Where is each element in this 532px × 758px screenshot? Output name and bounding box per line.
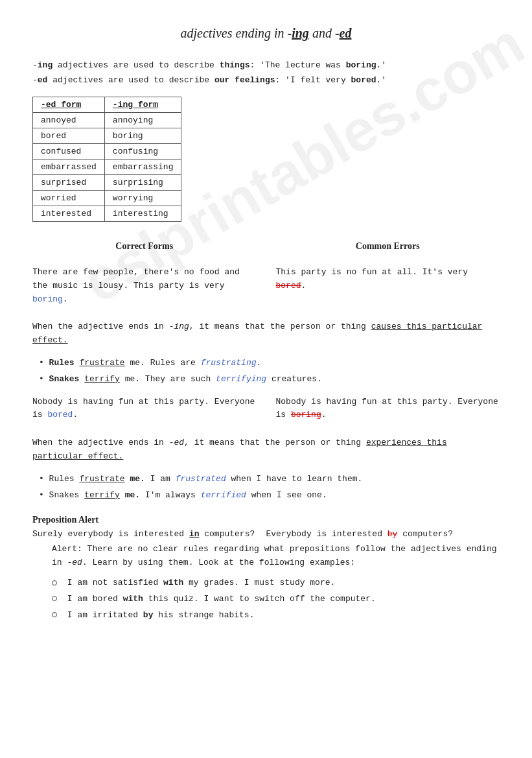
- preposition-example-2: I am bored with this quiz. I want to swi…: [52, 593, 500, 606]
- table-row: confused confusing: [33, 144, 181, 160]
- ed-rule: -ed adjectives are used to describe our …: [32, 75, 500, 85]
- page-title: adjectives ending in -ing and -ed: [32, 26, 500, 41]
- ing-explanation: When the adjective ends in -ing, it mean…: [32, 320, 500, 348]
- preposition-error: Everybody is interested by computers?: [266, 529, 500, 539]
- common-errors-heading: Common Errors: [276, 241, 500, 252]
- ing-bullet-1: • Rules frustrate me. Rules are frustrat…: [39, 357, 500, 370]
- ing-bullet-2: • Snakes terrify me. They are such terri…: [39, 373, 500, 386]
- ed-explanation: When the adjective ends in -ed, it means…: [32, 436, 500, 464]
- preposition-section: Preposition Alert Surely everybody is in…: [32, 515, 500, 622]
- bullet-circle-icon: [52, 580, 57, 586]
- table-row: interested interesting: [33, 206, 181, 222]
- table-row: surprised surprising: [33, 175, 181, 191]
- correct-para-1: There are few people, there's no food an…: [32, 266, 257, 306]
- ing-rule: -ing adjectives are used to describe thi…: [32, 60, 500, 70]
- bullet-circle-icon: [52, 596, 57, 601]
- bullet-circle-icon: [52, 612, 57, 617]
- section-headers: Correct Forms Common Errors: [32, 241, 500, 261]
- error-para-2: Nobody is having fun at this party. Ever…: [276, 396, 500, 423]
- preposition-example-row: Surely everybody is interested in comput…: [32, 529, 500, 539]
- table-row: worried worrying: [33, 191, 181, 206]
- preposition-example-3: I am irritated by his strange habits.: [52, 609, 500, 622]
- ed-bullet-2: • Snakes terrify me. I'm always terrifie…: [39, 489, 500, 503]
- table-row: embarrassed embarrassing: [33, 160, 181, 175]
- ing-bullets: • Rules frustrate me. Rules are frustrat…: [32, 357, 500, 386]
- table-row: annoyed annoying: [33, 113, 181, 128]
- first-example-row: There are few people, there's no food an…: [32, 266, 500, 315]
- preposition-correct: Surely everybody is interested in comput…: [32, 529, 266, 539]
- correct-forms-heading: Correct Forms: [32, 241, 257, 252]
- ed-bullet-1: • Rules frustrate me. I am frustrated wh…: [39, 473, 500, 486]
- error-para-1: This party is no fun at all. It's very b…: [276, 266, 500, 293]
- table-row: bored boring: [33, 128, 181, 144]
- table-header-ed: -ed form: [33, 97, 105, 113]
- alert-text: Alert: There are no clear rules regardin…: [52, 543, 500, 570]
- table-header-ing: -ing form: [104, 97, 181, 113]
- preposition-examples-list: I am not satisfied with my grades. I mus…: [52, 576, 500, 622]
- preposition-heading: Preposition Alert: [32, 515, 500, 525]
- ed-bullets: • Rules frustrate me. I am frustrated wh…: [32, 473, 500, 503]
- preposition-example-1: I am not satisfied with my grades. I mus…: [52, 576, 500, 590]
- ing-explanation-block: When the adjective ends in -ing, it mean…: [32, 320, 500, 386]
- correct-para-2: Nobody is having fun at this party. Ever…: [32, 396, 257, 423]
- second-example-row: Nobody is having fun at this party. Ever…: [32, 396, 500, 432]
- adjective-table: -ed form -ing form annoyed annoying bore…: [32, 97, 181, 222]
- preposition-alert: Alert: There are no clear rules regardin…: [52, 543, 500, 570]
- intro-block: -ing adjectives are used to describe thi…: [32, 60, 500, 85]
- ed-explanation-block: When the adjective ends in -ed, it means…: [32, 436, 500, 502]
